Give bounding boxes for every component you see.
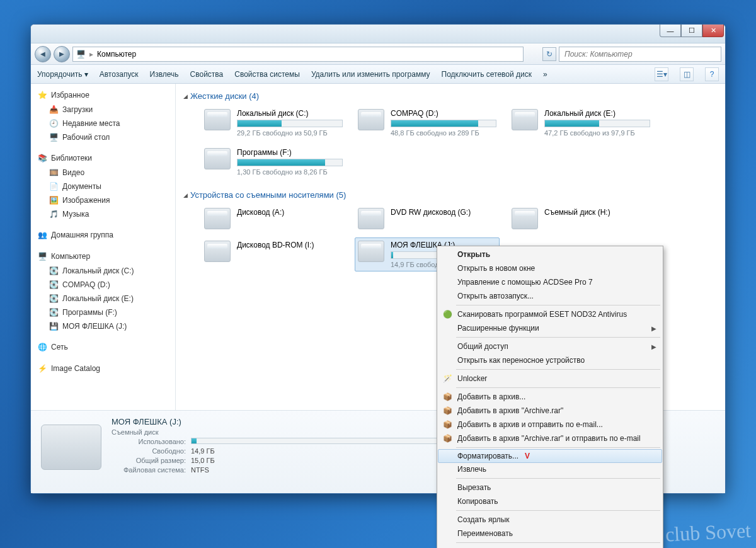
drive-info: 48,8 ГБ свободно из 289 ГБ (391, 129, 496, 137)
capacity-bar (544, 120, 650, 127)
breadcrumb-computer[interactable]: Компьютер (97, 50, 136, 59)
sidebar-item-desktop[interactable]: 🖥️Рабочий стол (33, 130, 175, 144)
star-icon: ⭐ (37, 90, 47, 100)
toolbar-overflow[interactable]: » (543, 70, 547, 79)
toolbar-organize[interactable]: Упорядочить ▾ (37, 70, 88, 79)
dvd-icon (358, 208, 384, 229)
drive-icon: 💽 (49, 294, 59, 304)
toolbar-system-properties[interactable]: Свойства системы (234, 70, 300, 79)
drive-d[interactable]: COMPAQ (D:) 48,8 ГБ свободно из 289 ГБ (355, 106, 500, 140)
details-total-label: Общий размер: (112, 457, 186, 464)
search-box[interactable] (559, 47, 721, 62)
ctx-format[interactable]: Форматировать...V (438, 449, 662, 463)
ctx-separator (456, 369, 660, 370)
usb-icon: 💾 (49, 321, 59, 331)
ctx-archive-email[interactable]: 📦Добавить в архив и отправить по e-mail.… (438, 418, 662, 431)
ctx-acdsee[interactable]: Управление с помощью ACDSee Pro 7 (438, 275, 662, 289)
toolbar-properties[interactable]: Свойства (190, 70, 224, 79)
sidebar-item-documents[interactable]: 📄Документы (33, 180, 175, 193)
video-icon: 🎞️ (49, 168, 59, 178)
back-button[interactable]: ◄ (35, 46, 51, 62)
drive-f[interactable]: Программы (F:) 1,30 ГБ свободно из 8,26 … (201, 145, 346, 179)
ctx-portable[interactable]: Открыть как переносное устройство (438, 353, 662, 367)
ctx-rename[interactable]: Переименовать (438, 527, 662, 540)
sidebar-item-drive-e[interactable]: 💽Локальный диск (E:) (33, 292, 175, 305)
toolbar-eject[interactable]: Извлечь (150, 70, 179, 79)
toolbar-map-drive[interactable]: Подключить сетевой диск (442, 70, 532, 79)
hdd-icon (358, 109, 384, 130)
refresh-button[interactable]: ↻ (542, 47, 556, 61)
minimize-button[interactable]: — (660, 25, 681, 37)
sidebar-item-music[interactable]: 🎵Музыка (33, 207, 175, 221)
ctx-archive-rar[interactable]: 📦Добавить в архив "Archive.rar" (438, 404, 662, 418)
ctx-cut[interactable]: Вырезать (438, 481, 662, 494)
view-mode-icon[interactable]: ☰▾ (655, 67, 668, 81)
details-free-label: Свободно: (112, 447, 186, 455)
close-button[interactable]: ✕ (702, 25, 724, 37)
drive-h[interactable]: Съемный диск (H:) (508, 205, 653, 232)
ctx-open[interactable]: Открыть (438, 248, 662, 261)
help-icon[interactable]: ? (705, 67, 719, 81)
ctx-advanced[interactable]: Расширенные функции▶ (438, 321, 662, 335)
ctx-copy[interactable]: Копировать (438, 494, 662, 508)
ctx-archive-rar-email[interactable]: 📦Добавить в архив "Archive.rar" и отправ… (438, 431, 662, 445)
sidebar-homegroup[interactable]: 👥Домашняя группа (33, 227, 175, 243)
sidebar-network[interactable]: 🌐Сеть (33, 340, 175, 355)
group-hard-drives[interactable]: ◢Жесткие диски (4) (183, 89, 718, 103)
ctx-properties[interactable]: Свойства (438, 545, 662, 548)
toolbar-uninstall[interactable]: Удалить или изменить программу (311, 70, 430, 79)
drive-a[interactable]: Дисковод (A:) (201, 205, 346, 232)
unlocker-icon: 🪄 (442, 374, 452, 384)
sidebar-item-recent[interactable]: 🕘Недавние места (33, 117, 175, 130)
winrar-icon: 📦 (442, 392, 452, 402)
ctx-autorun[interactable]: Открыть автозапуск... (438, 289, 662, 303)
search-input[interactable] (563, 49, 717, 59)
details-fs-label: Файловая система: (112, 466, 186, 474)
sidebar-item-pictures[interactable]: 🖼️Изображения (33, 193, 175, 207)
sidebar-image-catalog[interactable]: ⚡Image Catalog (33, 361, 175, 376)
sidebar-favorites[interactable]: ⭐Избранное (33, 88, 175, 103)
preview-pane-icon[interactable]: ◫ (680, 67, 694, 81)
group-removable[interactable]: ◢Устройства со съемными носителями (5) (183, 188, 718, 202)
forward-button[interactable]: ► (54, 46, 70, 62)
drive-g[interactable]: DVD RW дисковод (G:) (355, 205, 500, 232)
ctx-scan[interactable]: 🟢Сканировать программой ESET NOD32 Antiv… (438, 307, 662, 321)
eset-icon: 🟢 (442, 309, 452, 319)
drive-i[interactable]: Дисковод BD-ROM (I:) (201, 237, 346, 271)
drive-e[interactable]: Локальный диск (E:) 47,2 ГБ свободно из … (508, 106, 653, 140)
sidebar-item-drive-f[interactable]: 💽Программы (F:) (33, 305, 175, 319)
hdd-icon (204, 109, 231, 130)
computer-icon: 🖥️ (37, 251, 47, 261)
ctx-separator (456, 387, 660, 388)
ctx-separator (456, 478, 660, 479)
sidebar-item-drive-j[interactable]: 💾МОЯ ФЛЕШКА (J:) (33, 319, 175, 333)
sidebar-computer[interactable]: 🖥️Компьютер (33, 249, 175, 264)
drive-info: 1,30 ГБ свободно из 8,26 ГБ (237, 168, 343, 176)
nav-row: ◄ ► 🖥️ ▸ Компьютер ↻ (31, 43, 725, 65)
address-bar[interactable]: 🖥️ ▸ Компьютер (72, 47, 524, 62)
catalog-icon: ⚡ (37, 363, 47, 374)
toolbar-autorun[interactable]: Автозапуск (100, 70, 139, 79)
network-icon: 🌐 (37, 342, 47, 352)
ctx-shortcut[interactable]: Создать ярлык (438, 513, 662, 527)
sidebar-libraries[interactable]: 📚Библиотеки (33, 151, 175, 166)
drive-label: Локальный диск (E:) (544, 109, 650, 118)
sidebar-item-drive-c[interactable]: 💽Локальный диск (C:) (33, 264, 175, 278)
maximize-button[interactable]: ☐ (681, 25, 702, 37)
ctx-unlocker[interactable]: 🪄Unlocker (438, 372, 662, 385)
ctx-archive-add[interactable]: 📦Добавить в архив... (438, 390, 662, 404)
sidebar-item-drive-d[interactable]: 💽COMPAQ (D:) (33, 278, 175, 292)
ctx-eject[interactable]: Извлечь (438, 462, 662, 476)
ctx-open-new[interactable]: Открыть в новом окне (438, 261, 662, 275)
details-total-value: 15,0 ГБ (191, 457, 215, 464)
drive-label: Дисковод BD-ROM (I:) (237, 241, 343, 249)
sidebar-item-video[interactable]: 🎞️Видео (33, 166, 175, 180)
drive-c[interactable]: Локальный диск (C:) 29,2 ГБ свободно из … (201, 106, 346, 140)
titlebar[interactable]: — ☐ ✕ (31, 25, 725, 43)
drive-info: 29,2 ГБ свободно из 50,9 ГБ (237, 129, 343, 137)
ctx-share[interactable]: Общий доступ▶ (438, 340, 662, 353)
computer-icon: 🖥️ (76, 49, 86, 59)
winrar-icon: 📦 (442, 420, 452, 430)
details-title: МОЯ ФЛЕШКА (J:) (112, 417, 455, 426)
sidebar-item-downloads[interactable]: 📥Загрузки (33, 103, 175, 117)
